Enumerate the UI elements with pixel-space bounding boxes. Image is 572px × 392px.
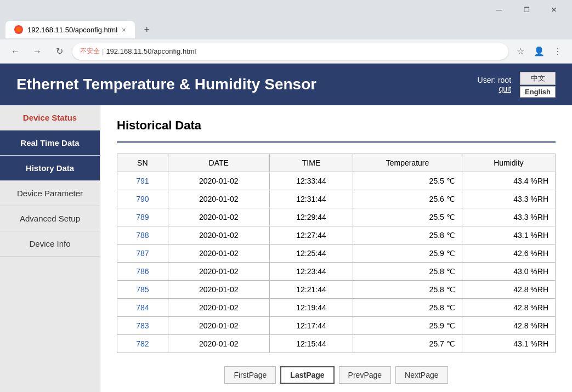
cell-time: 12:27:44 — [269, 226, 353, 245]
back-button[interactable]: ← — [7, 43, 24, 60]
col-date: DATE — [168, 154, 269, 172]
app-title: Ethernet Temperature & Humidity Sensor — [16, 76, 316, 93]
close-button[interactable]: ✕ — [541, 1, 567, 19]
svg-point-0 — [16, 27, 21, 32]
lang-cn-button[interactable]: 中文 — [520, 72, 556, 85]
table-row: 786 2020-01-02 12:23:44 25.8 ℃ 43.0 %RH — [117, 263, 556, 281]
sidebar-item-advanced-setup[interactable]: Advanced Setup — [0, 206, 100, 231]
table-row: 782 2020-01-02 12:15:44 25.7 ℃ 43.1 %RH — [117, 335, 556, 353]
lang-en-button[interactable]: English — [520, 86, 556, 98]
cell-date: 2020-01-02 — [168, 245, 269, 263]
cell-temperature: 25.8 ℃ — [353, 263, 462, 281]
separator: | — [102, 47, 104, 55]
cell-date: 2020-01-02 — [168, 299, 269, 317]
table-row: 784 2020-01-02 12:19:44 25.8 ℃ 42.8 %RH — [117, 299, 556, 317]
cell-sn: 785 — [117, 281, 168, 299]
cell-temperature: 25.9 ℃ — [353, 317, 462, 335]
bookmark-icon[interactable]: ☆ — [513, 44, 528, 59]
minimize-button[interactable]: — — [486, 1, 512, 19]
sidebar: Device Status Real Time Data History Dat… — [0, 105, 100, 392]
cell-date: 2020-01-02 — [168, 226, 269, 245]
cell-time: 12:15:44 — [269, 335, 353, 353]
cell-time: 12:25:44 — [269, 245, 353, 263]
sidebar-item-device-status[interactable]: Device Status — [0, 105, 100, 130]
cell-sn: 787 — [117, 245, 168, 263]
cell-time: 12:31:44 — [269, 190, 353, 208]
cell-humidity: 42.8 %RH — [462, 281, 555, 299]
cell-humidity: 43.1 %RH — [462, 226, 555, 245]
cell-humidity: 43.0 %RH — [462, 263, 555, 281]
table-row: 788 2020-01-02 12:27:44 25.8 ℃ 43.1 %RH — [117, 226, 556, 245]
first-page-button[interactable]: FirstPage — [224, 366, 276, 384]
cell-humidity: 43.4 %RH — [462, 172, 555, 190]
cell-sn: 791 — [117, 172, 168, 190]
cell-sn: 783 — [117, 317, 168, 335]
data-table: SN DATE TIME Temperature Humidity 791 20… — [117, 154, 556, 353]
table-row: 785 2020-01-02 12:21:44 25.8 ℃ 42.8 %RH — [117, 281, 556, 299]
cell-time: 12:17:44 — [269, 317, 353, 335]
table-row: 791 2020-01-02 12:33:44 25.5 ℃ 43.4 %RH — [117, 172, 556, 190]
app-header: Ethernet Temperature & Humidity Sensor U… — [0, 64, 572, 105]
cell-temperature: 25.8 ℃ — [353, 226, 462, 245]
cell-date: 2020-01-02 — [168, 281, 269, 299]
reload-button[interactable]: ↻ — [50, 43, 68, 60]
cell-humidity: 43.3 %RH — [462, 208, 555, 226]
table-row: 787 2020-01-02 12:25:44 25.9 ℃ 42.6 %RH — [117, 245, 556, 263]
tab-favicon — [14, 25, 23, 34]
table-row: 789 2020-01-02 12:29:44 25.5 ℃ 43.3 %RH — [117, 208, 556, 226]
next-page-button[interactable]: NextPage — [395, 366, 448, 384]
cell-humidity: 42.6 %RH — [462, 245, 555, 263]
main-content: Historical Data SN DATE TIME Temperature… — [100, 105, 572, 392]
sidebar-item-device-info[interactable]: Device Info — [0, 231, 100, 257]
cell-humidity: 42.8 %RH — [462, 299, 555, 317]
cell-temperature: 25.6 ℃ — [353, 190, 462, 208]
sidebar-item-real-time-data[interactable]: Real Time Data — [0, 130, 100, 156]
cell-sn: 786 — [117, 263, 168, 281]
tab-close-icon[interactable]: × — [122, 26, 126, 34]
browser-tab[interactable]: 192.168.11.50/apconfig.html × — [5, 21, 135, 38]
cell-date: 2020-01-02 — [168, 317, 269, 335]
last-page-button[interactable]: LastPage — [280, 366, 334, 384]
cell-date: 2020-01-02 — [168, 263, 269, 281]
cell-sn: 784 — [117, 299, 168, 317]
security-warning: 不安全 — [80, 47, 100, 56]
cell-time: 12:29:44 — [269, 208, 353, 226]
col-sn: SN — [117, 154, 168, 172]
table-row: 783 2020-01-02 12:17:44 25.9 ℃ 42.8 %RH — [117, 317, 556, 335]
forward-button[interactable]: → — [29, 43, 46, 60]
cell-time: 12:23:44 — [269, 263, 353, 281]
sidebar-item-device-parameter[interactable]: Device Parameter — [0, 181, 100, 206]
tab-title: 192.168.11.50/apconfig.html — [27, 26, 117, 34]
cell-time: 12:21:44 — [269, 281, 353, 299]
address-bar[interactable]: 不安全 | 192.168.11.50/apconfig.html — [72, 43, 508, 60]
menu-icon[interactable]: ⋮ — [550, 44, 565, 59]
user-label: User: root — [478, 76, 511, 84]
cell-temperature: 25.9 ℃ — [353, 245, 462, 263]
cell-temperature: 25.7 ℃ — [353, 335, 462, 353]
col-time: TIME — [269, 154, 353, 172]
prev-page-button[interactable]: PrevPage — [339, 366, 391, 384]
cell-date: 2020-01-02 — [168, 335, 269, 353]
divider — [117, 141, 556, 143]
table-row: 790 2020-01-02 12:31:44 25.6 ℃ 43.3 %RH — [117, 190, 556, 208]
page-title: Historical Data — [117, 118, 556, 133]
cell-humidity: 42.8 %RH — [462, 317, 555, 335]
profile-icon[interactable]: 👤 — [531, 44, 547, 59]
col-temperature: Temperature — [353, 154, 462, 172]
col-humidity: Humidity — [462, 154, 555, 172]
cell-temperature: 25.8 ℃ — [353, 281, 462, 299]
table-header-row: SN DATE TIME Temperature Humidity — [117, 154, 556, 172]
quit-link[interactable]: quit — [478, 84, 511, 93]
new-tab-button[interactable]: + — [139, 22, 155, 37]
sidebar-item-history-data[interactable]: History Data — [0, 156, 100, 181]
cell-time: 12:33:44 — [269, 172, 353, 190]
cell-date: 2020-01-02 — [168, 190, 269, 208]
cell-sn: 790 — [117, 190, 168, 208]
cell-sn: 789 — [117, 208, 168, 226]
restore-button[interactable]: ❐ — [514, 1, 539, 19]
cell-date: 2020-01-02 — [168, 172, 269, 190]
cell-time: 12:19:44 — [269, 299, 353, 317]
cell-sn: 782 — [117, 335, 168, 353]
cell-temperature: 25.5 ℃ — [353, 172, 462, 190]
address-text: 192.168.11.50/apconfig.html — [106, 47, 196, 55]
